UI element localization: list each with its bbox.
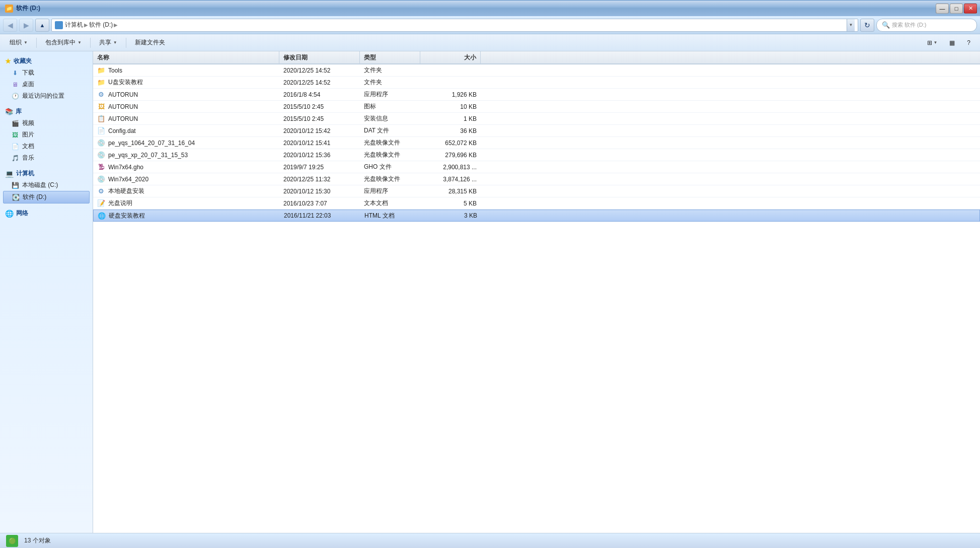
table-row[interactable]: ⚙ 本地硬盘安装 2020/10/12 15:30 应用程序 28,315 KB (93, 185, 980, 197)
file-cell-name: 🌐 硬盘安装教程 (94, 210, 280, 221)
sidebar-favorites-label: 收藏夹 (14, 57, 32, 65)
table-row[interactable]: 💿 Win7x64_2020 2020/12/25 11:32 光盘映像文件 3… (93, 173, 980, 185)
sidebar-favorites-header[interactable]: ★ 收藏夹 (3, 55, 90, 67)
file-name: Win7x64.gho (108, 164, 143, 171)
drive-d-icon: 💽 (12, 193, 20, 201)
include-dropdown-arrow: ▼ (78, 40, 82, 45)
file-cell-name: 📄 Config.dat (93, 125, 279, 136)
file-name: Win7x64_2020 (108, 176, 148, 183)
forward-button[interactable]: ▶ (19, 19, 33, 32)
organize-label: 组织 (10, 38, 22, 47)
address-bar[interactable]: 计算机 ▶ 软件 (D:) ▶ ▼ (51, 19, 858, 32)
file-cell-size (420, 64, 481, 76)
col-header-date[interactable]: 修改日期 (279, 51, 360, 63)
file-cell-name: ⚙ 本地硬盘安装 (93, 185, 279, 197)
sidebar-library-section: 📚 库 🎬 视频 🖼 图片 📄 文档 🎵 音乐 (0, 106, 93, 164)
col-header-size[interactable]: 大小 (420, 51, 481, 63)
favorites-icon: ★ (5, 57, 11, 65)
breadcrumb: 计算机 ▶ 软件 (D:) ▶ (65, 21, 845, 29)
table-row[interactable]: 📝 光盘说明 2016/10/23 7:07 文本文档 5 KB (93, 197, 980, 210)
table-row[interactable]: 📄 Config.dat 2020/10/12 15:42 DAT 文件 36 … (93, 125, 980, 137)
include-library-button[interactable]: 包含到库中 ▼ (40, 36, 87, 49)
col-name-label: 名称 (97, 53, 109, 62)
status-bar: 🟢 13 个对象 (0, 533, 980, 548)
minimize-button[interactable]: — (936, 4, 949, 14)
file-cell-size: 652,072 KB (420, 137, 481, 149)
file-cell-type: 光盘映像文件 (360, 149, 420, 161)
file-name: 硬盘安装教程 (109, 212, 145, 220)
table-row[interactable]: 📁 U盘安装教程 2020/12/25 14:52 文件夹 (93, 77, 980, 89)
table-row[interactable]: 🗜 Win7x64.gho 2019/9/7 19:25 GHO 文件 2,90… (93, 161, 980, 173)
sidebar-item-music[interactable]: 🎵 音乐 (3, 152, 90, 164)
file-cell-name: 🖼 AUTORUN (93, 101, 279, 112)
breadcrumb-drive[interactable]: 软件 (D:) (89, 21, 113, 29)
file-cell-name: 💿 Win7x64_2020 (93, 173, 279, 185)
sidebar-item-desktop[interactable]: 🖥 桌面 (3, 79, 90, 90)
sidebar-item-drive-d[interactable]: 💽 软件 (D:) (3, 191, 90, 203)
table-row[interactable]: 🖼 AUTORUN 2015/5/10 2:45 图标 10 KB (93, 101, 980, 113)
table-row[interactable]: 💿 pe_yqs_xp_20_07_31_15_53 2020/10/12 15… (93, 149, 980, 161)
file-icon: 💿 (97, 139, 105, 147)
col-type-label: 类型 (364, 53, 376, 62)
address-dropdown[interactable]: ▼ (847, 19, 855, 31)
refresh-button[interactable]: ↻ (860, 19, 874, 32)
sidebar-favorites-section: ★ 收藏夹 ⬇ 下载 🖥 桌面 🕐 最近访问的位置 (0, 55, 93, 102)
share-button[interactable]: 共享 ▼ (94, 36, 123, 49)
file-icon: 📋 (97, 115, 105, 123)
sidebar-item-documents[interactable]: 📄 文档 (3, 141, 90, 152)
file-cell-size: 2,900,813 ... (420, 161, 481, 173)
sidebar-computer-header[interactable]: 💻 计算机 (3, 168, 90, 179)
col-header-name[interactable]: 名称 (93, 51, 279, 63)
file-icon: 📁 (97, 66, 105, 75)
sidebar-library-header[interactable]: 📚 库 (3, 106, 90, 117)
new-folder-button[interactable]: 新建文件夹 (129, 36, 171, 49)
file-list-area: 名称 修改日期 类型 大小 📁 Tools 2020/12/25 14:52 文… (93, 51, 980, 533)
file-cell-type: GHO 文件 (360, 161, 420, 173)
help-icon: ? (967, 39, 970, 46)
sidebar-item-video[interactable]: 🎬 视频 (3, 117, 90, 129)
sidebar-item-images[interactable]: 🖼 图片 (3, 129, 90, 141)
close-button[interactable]: ✕ (964, 4, 977, 14)
file-cell-size: 36 KB (420, 125, 481, 136)
breadcrumb-computer[interactable]: 计算机 (65, 21, 83, 29)
table-row[interactable]: 💿 pe_yqs_1064_20_07_31_16_04 2020/10/12 … (93, 137, 980, 149)
maximize-button[interactable]: □ (950, 4, 963, 14)
search-bar[interactable]: 🔍 搜索 软件 (D:) (876, 19, 977, 32)
view-options-button[interactable]: ⊞ ▼ (922, 36, 943, 49)
sidebar-item-download[interactable]: ⬇ 下载 (3, 67, 90, 79)
sidebar-computer-label: 计算机 (16, 169, 34, 178)
file-icon: 💿 (97, 151, 105, 159)
sidebar-documents-label: 文档 (22, 142, 34, 151)
preview-button[interactable]: ▦ (944, 36, 960, 49)
sidebar-music-label: 音乐 (22, 154, 34, 162)
organize-button[interactable]: 组织 ▼ (4, 36, 33, 49)
file-cell-date: 2020/12/25 11:32 (279, 173, 360, 185)
sidebar-network-header[interactable]: 🌐 网络 (3, 208, 90, 219)
download-icon: ⬇ (11, 69, 19, 77)
back-button[interactable]: ◀ (3, 19, 17, 32)
table-row[interactable]: ⚙ AUTORUN 2016/1/8 4:54 应用程序 1,926 KB (93, 89, 980, 101)
file-cell-size: 10 KB (420, 101, 481, 112)
sidebar-images-label: 图片 (22, 130, 34, 139)
sidebar-item-recent[interactable]: 🕐 最近访问的位置 (3, 90, 90, 102)
file-cell-date: 2020/10/12 15:41 (279, 137, 360, 149)
table-row[interactable]: 📁 Tools 2020/12/25 14:52 文件夹 (93, 64, 980, 77)
help-button[interactable]: ? (961, 36, 976, 49)
col-date-label: 修改日期 (283, 53, 308, 62)
up-button[interactable]: ▲ (35, 19, 49, 32)
col-header-type[interactable]: 类型 (360, 51, 420, 63)
file-name: 本地硬盘安装 (108, 187, 144, 195)
file-cell-type: 安装信息 (360, 113, 420, 124)
file-name: 光盘说明 (108, 199, 132, 208)
file-icon: 🌐 (98, 212, 106, 220)
file-cell-size (420, 77, 481, 88)
sidebar-network-label: 网络 (16, 209, 28, 218)
file-cell-size: 279,696 KB (420, 149, 481, 161)
preview-icon: ▦ (949, 39, 955, 46)
file-cell-date: 2016/1/8 4:54 (279, 89, 360, 100)
file-cell-name: ⚙ AUTORUN (93, 89, 279, 100)
sidebar-item-drive-c[interactable]: 💾 本地磁盘 (C:) (3, 179, 90, 191)
table-row[interactable]: 📋 AUTORUN 2015/5/10 2:45 安装信息 1 KB (93, 113, 980, 125)
table-row[interactable]: 🌐 硬盘安装教程 2016/11/21 22:03 HTML 文档 3 KB (93, 210, 980, 222)
file-cell-type: DAT 文件 (360, 125, 420, 136)
